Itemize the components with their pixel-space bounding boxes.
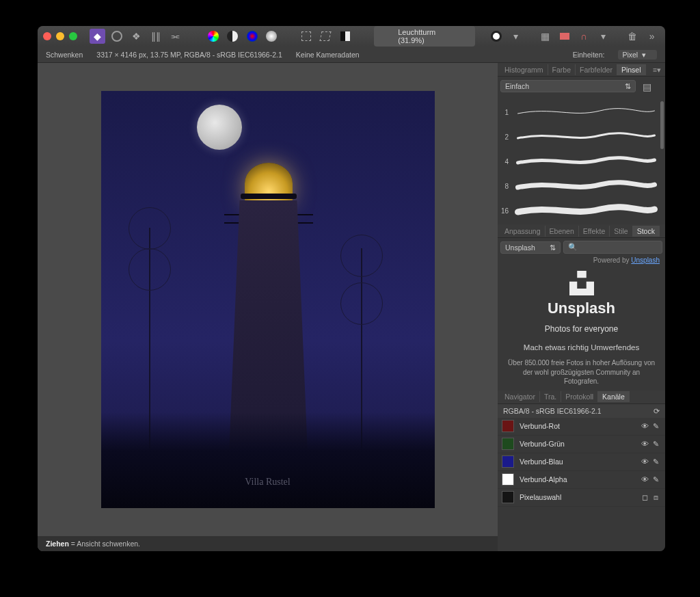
pencil-icon[interactable]: ✎ <box>650 457 661 466</box>
chevron-updown-icon: ⇅ <box>550 243 556 252</box>
pencil-icon[interactable]: ✎ <box>650 475 661 484</box>
brush-preset[interactable]: 4 <box>499 149 661 174</box>
canvas-area: Villa Rustel Ziehen = Ansicht schwenken. <box>38 63 498 551</box>
channel-row[interactable]: Verbund-Rot👁✎ <box>498 418 665 436</box>
pencil-icon[interactable]: ✎ <box>650 422 661 431</box>
minimize-window-button[interactable] <box>56 32 64 40</box>
channel-name: Verbund-Alpha <box>520 475 639 483</box>
brush-preset[interactable]: 16 <box>499 198 661 223</box>
soft-button[interactable] <box>264 29 280 44</box>
context-bar: Schwenken 3317 × 4146 px, 13.75 MP, RGBA… <box>38 47 665 63</box>
channel-row[interactable]: Verbund-Blau👁✎ <box>498 453 665 471</box>
tool-button-2[interactable]: ❖ <box>129 29 144 44</box>
snap-button[interactable] <box>556 29 572 44</box>
rgb-button[interactable] <box>244 29 260 44</box>
app-icon: ◆ <box>94 31 101 42</box>
canvas[interactable]: Villa Rustel <box>38 63 498 536</box>
brush-stroke-icon <box>511 130 661 144</box>
tab-tra.[interactable]: Tra. <box>540 391 561 402</box>
eye-icon[interactable]: 👁 <box>639 440 650 448</box>
brush-stroke-icon <box>511 105 661 119</box>
magnet-dropdown[interactable]: ▾ <box>595 29 611 44</box>
stock-description: Über 850.000 freie Fotos in hoher Auflös… <box>504 358 658 386</box>
color-wheel-button[interactable] <box>205 29 221 44</box>
tab-farbfelder[interactable]: Farbfelder <box>576 64 617 75</box>
brush-settings-button[interactable]: ▤ <box>638 79 657 94</box>
cube-icon: ❖ <box>132 31 141 42</box>
units-label: Einheiten: <box>573 51 605 59</box>
channel-swatch <box>502 455 514 468</box>
square-dashed-icon[interactable]: ⧈ <box>650 493 661 502</box>
units-select[interactable]: Pixel ▾ <box>618 50 657 59</box>
tab-anpassung[interactable]: Anpassung <box>500 226 546 237</box>
document-image: Villa Rustel <box>101 91 435 508</box>
tab-stock[interactable]: Stock <box>633 226 660 237</box>
share-icon: ⫘ <box>170 31 180 42</box>
brush-preset[interactable]: 2 <box>499 124 661 149</box>
tab-protokoll[interactable]: Protokoll <box>561 391 598 402</box>
grid-icon: ▦ <box>541 31 550 42</box>
overflow-button[interactable]: » <box>644 29 660 44</box>
chevron-updown-icon: ⇅ <box>625 82 631 90</box>
marquee2-button[interactable] <box>318 29 334 44</box>
mid-panel-tabs: AnpassungEbenenEffekteStileStock <box>498 224 665 238</box>
channels-header: RGBA/8 - sRGB IEC61966-2.1 <box>503 407 602 415</box>
tool-button-3[interactable]: ∥∥ <box>148 29 164 44</box>
persona-photo-button[interactable]: ◆ <box>90 29 105 44</box>
eye-icon[interactable]: 👁 <box>639 457 650 466</box>
zoom-window-button[interactable] <box>69 32 77 40</box>
eye-icon[interactable]: 👁 <box>639 422 650 430</box>
tab-kanäle[interactable]: Kanäle <box>598 391 630 402</box>
bw-button[interactable] <box>225 29 241 44</box>
tab-pinsel[interactable]: Pinsel <box>617 64 646 75</box>
channels-panel: RGBA/8 - sRGB IEC61966-2.1 ⟳ Verbund-Rot… <box>498 404 665 552</box>
channel-swatch <box>502 438 514 450</box>
unsplash-tagline: Photos for everyone <box>504 324 658 334</box>
close-window-button[interactable] <box>43 32 51 40</box>
brush-preset[interactable]: 8 <box>499 174 661 198</box>
chevrons-icon: » <box>649 31 655 42</box>
unsplash-link[interactable]: Unsplash <box>631 256 660 264</box>
watermark: Villa Rustel <box>245 477 290 488</box>
channel-row[interactable]: Verbund-Grün👁✎ <box>498 436 665 453</box>
panel-menu-icon[interactable]: ≡▾ <box>649 66 665 74</box>
tool-button-4[interactable]: ⫘ <box>167 29 183 44</box>
pencil-icon[interactable]: ✎ <box>650 440 661 449</box>
tab-navigator[interactable]: Navigator <box>500 391 540 402</box>
search-icon: 🔍 <box>568 243 578 252</box>
quickmask-button[interactable] <box>337 29 353 44</box>
marquee-button[interactable] <box>298 29 314 44</box>
grid-button[interactable]: ▦ <box>537 29 553 44</box>
square-icon[interactable]: ◻ <box>639 493 650 502</box>
tab-stile[interactable]: Stile <box>610 226 632 237</box>
tab-histogramm[interactable]: Histogramm <box>500 64 548 75</box>
magnet-button[interactable]: ∩ <box>576 29 592 44</box>
tool-button-1[interactable] <box>109 29 125 44</box>
brush-list: 124816 <box>498 97 665 224</box>
powered-by: Powered by Unsplash <box>498 256 665 267</box>
eye-icon[interactable]: 👁 <box>639 475 650 483</box>
tab-effekte[interactable]: Effekte <box>579 226 610 237</box>
channel-name: Verbund-Blau <box>520 457 639 466</box>
unsplash-logo-icon <box>568 271 595 295</box>
stock-search-input[interactable]: 🔍 <box>563 241 662 254</box>
tab-farbe[interactable]: Farbe <box>548 64 576 75</box>
brush-preset[interactable]: 1 <box>499 100 661 124</box>
channel-name: Verbund-Grün <box>520 440 639 448</box>
bottom-panel-tabs: NavigatorTra.ProtokollKanäle <box>498 390 665 404</box>
toolbar: ◆ ❖ ∥∥ ⫘ Leuchtturm (31.9%) ▾ ▦ ∩ ▾ 🗑 » <box>38 26 665 47</box>
channel-row[interactable]: Pixelauswahl◻⧈ <box>498 489 665 507</box>
tab-ebenen[interactable]: Ebenen <box>546 226 579 237</box>
mask-button[interactable] <box>489 29 504 44</box>
brush-category-select[interactable]: Einfach⇅ <box>500 80 636 92</box>
trash-icon: 🗑 <box>628 31 637 42</box>
scrollbar[interactable] <box>660 101 664 149</box>
mask-dropdown[interactable]: ▾ <box>508 29 524 44</box>
channel-row[interactable]: Verbund-Alpha👁✎ <box>498 471 665 489</box>
reset-icon[interactable]: ⟳ <box>654 407 660 415</box>
trash-button[interactable]: 🗑 <box>625 29 641 44</box>
stock-source-select[interactable]: Unsplash⇅ <box>500 241 561 254</box>
stock-panel: Unsplash⇅ 🔍 Powered by Unsplash Unsplash… <box>498 238 665 390</box>
channel-name: Verbund-Rot <box>520 422 639 430</box>
brush-stroke-icon <box>511 155 661 168</box>
